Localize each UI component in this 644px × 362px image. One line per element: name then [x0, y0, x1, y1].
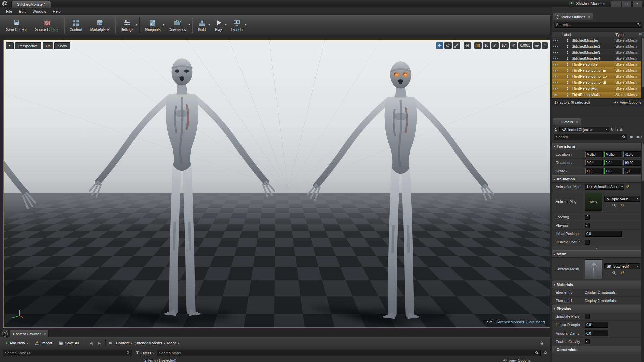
monster-actor-2[interactable]	[307, 58, 494, 328]
forward-arrow-icon[interactable]: ▶	[96, 340, 102, 346]
menu-item-help[interactable]: Help	[49, 8, 64, 14]
scale-snap-value[interactable]: 0,0625	[518, 42, 533, 49]
breadcrumb-item-content[interactable]: Content	[115, 340, 131, 346]
perspective-button[interactable]: Perspective	[15, 42, 41, 49]
outliner-row-thirdpersonjump_lo[interactable]: ThirdPersonJump_LoSkeletalMesh	[552, 73, 641, 79]
details-search-input[interactable]	[554, 134, 627, 140]
element0-value[interactable]: Display 2 materials	[585, 290, 616, 294]
breadcrumb-item-maps[interactable]: Maps	[166, 340, 178, 346]
enable-gravity-checkbox[interactable]	[585, 339, 590, 344]
scale-x-field[interactable]: 1,0	[585, 168, 603, 174]
tab-world-outliner[interactable]: World Outliner ×	[553, 13, 593, 20]
advanced-expander[interactable]: ▾	[552, 246, 641, 250]
chevron-down-icon[interactable]: ▾	[136, 23, 137, 26]
world-local-toggle-icon[interactable]	[464, 42, 471, 49]
breadcrumb-separator-icon[interactable]: ▸	[178, 341, 180, 345]
menu-item-edit[interactable]: Edit	[16, 8, 29, 14]
close-icon[interactable]: ×	[576, 120, 578, 124]
save-all-button[interactable]: Save All	[56, 340, 82, 346]
maximize-button[interactable]: □	[622, 1, 632, 7]
chevron-down-icon[interactable]: ▾	[245, 23, 246, 26]
camera-speed-icon[interactable]	[533, 42, 541, 49]
section-header-mesh[interactable]: ▾Mesh	[552, 250, 641, 258]
add-new-button[interactable]: + Add New▾	[3, 340, 31, 346]
outliner-view-options-button[interactable]: View Options	[614, 100, 641, 104]
outliner-row-thirdpersonwalk[interactable]: ThirdPersonWalkSkeletalMesh	[552, 92, 641, 98]
rotation-x-field[interactable]: 0,0 °	[585, 160, 603, 166]
visibility-eye-icon[interactable]	[553, 80, 559, 85]
reset-to-default-icon[interactable]: ↺	[626, 185, 629, 189]
minimize-button[interactable]: –	[611, 1, 621, 7]
browse-to-asset-icon[interactable]	[612, 203, 616, 207]
looping-checkbox[interactable]	[585, 215, 590, 220]
use-selected-asset-icon[interactable]: ←	[605, 203, 609, 207]
initial-position-field[interactable]: 0,0	[585, 231, 622, 237]
back-arrow-icon[interactable]: ◀	[88, 340, 94, 346]
play-button[interactable]: Play▾	[210, 18, 227, 32]
skeletal-mesh-dropdown[interactable]: SK_StitchedM▾	[604, 263, 640, 269]
scale-label[interactable]: Scale▾	[556, 169, 585, 173]
rotation-snap-value[interactable]: 10°	[500, 42, 509, 49]
chevron-down-icon[interactable]: ▾	[188, 23, 190, 26]
columns-icon[interactable]	[630, 135, 634, 139]
outliner-row-stitchedmonster2[interactable]: StitchedMonster2SkeletalMesh	[552, 43, 641, 49]
level-tab[interactable]: StitchedMonster*	[11, 1, 51, 8]
menu-item-window[interactable]: Window	[29, 8, 49, 14]
monster-actor-1[interactable]	[89, 55, 275, 325]
column-type[interactable]: Type	[615, 33, 624, 37]
close-icon[interactable]: ×	[588, 15, 590, 19]
content-view-options-button[interactable]: View Options	[503, 358, 530, 362]
angular-damping-field[interactable]: 0,0	[585, 330, 608, 336]
chevron-down-icon[interactable]: ▾	[163, 23, 164, 26]
lock-icon[interactable]	[540, 341, 544, 345]
breadcrumb-item-stitchedmonster[interactable]: StitchedMonster	[133, 340, 164, 346]
reset-to-default-icon[interactable]: ↺	[621, 271, 624, 275]
help-icon[interactable]: ?	[2, 331, 8, 337]
chevron-down-icon[interactable]: ▾	[208, 23, 210, 26]
browse-to-asset-icon[interactable]	[612, 271, 616, 275]
outliner-scrollbar[interactable]	[641, 37, 644, 98]
cinematics-button[interactable]: Cinematics▾	[165, 18, 190, 32]
monster-actor-offscreen[interactable]	[3, 67, 36, 328]
visibility-eye-icon[interactable]	[553, 50, 559, 55]
outliner-row-thirdpersonrun[interactable]: ThirdPersonRunSkeletalMesh	[552, 85, 641, 92]
close-button[interactable]: ×	[632, 1, 642, 7]
scale-y-field[interactable]: 1,0	[604, 168, 622, 174]
rotate-tool-icon[interactable]	[444, 42, 452, 49]
folders-splitter[interactable]	[140, 349, 140, 362]
grid-snap-icon[interactable]	[474, 42, 482, 49]
title-bar[interactable]: StitchedMonster* StitchedMonster – □ ×	[0, 0, 644, 7]
search-assets-input[interactable]	[157, 350, 541, 356]
outliner-row-stitchedmonster[interactable]: StitchedMonsterSkeletalMesh	[552, 37, 641, 43]
grid-snap-value[interactable]: 10	[483, 42, 490, 49]
outliner-columns-header[interactable]: Label Type	[552, 31, 644, 38]
marketplace-button[interactable]: Marketplace	[86, 18, 113, 32]
outliner-row-thirdpersonjump_st[interactable]: ThirdPersonJump_StSkeletalMesh	[552, 79, 641, 85]
scale-snap-icon[interactable]	[510, 42, 517, 49]
anim-asset-dropdown[interactable]: Multiple Value▾	[604, 196, 640, 202]
launch-button[interactable]: Launch▾	[227, 18, 247, 32]
scale-z-field[interactable]: 1,0	[623, 168, 641, 174]
section-header-materials[interactable]: ▾Materials	[552, 281, 641, 288]
skeletal-mesh-thumbnail[interactable]	[585, 259, 602, 279]
tab-content-browser[interactable]: Content Browser ×	[10, 330, 49, 337]
location-x-field[interactable]: Multip	[585, 151, 603, 157]
filters-button[interactable]: Filters▾	[135, 351, 154, 355]
linear-damping-field[interactable]: 0,01	[585, 322, 608, 328]
visibility-eye-icon[interactable]	[553, 86, 559, 91]
details-scrollbar[interactable]	[641, 143, 644, 362]
lit-mode-button[interactable]: Lit	[43, 42, 53, 49]
playing-checkbox[interactable]	[585, 223, 590, 228]
section-header-physics[interactable]: ▾Physics	[552, 305, 641, 312]
rotation-y-field[interactable]: 0,0 °	[604, 160, 622, 166]
close-icon[interactable]: ×	[44, 332, 46, 336]
visibility-eye-icon[interactable]	[553, 38, 559, 43]
tab-details[interactable]: Details ×	[553, 118, 581, 125]
selected-objects-dropdown[interactable]: <Selected Objects>▾	[559, 127, 609, 132]
visibility-eye-icon[interactable]	[553, 44, 559, 49]
outliner-search-input[interactable]	[554, 22, 642, 28]
disable-post-process-checkbox[interactable]	[585, 240, 590, 245]
location-label[interactable]: Location▾	[556, 152, 585, 156]
reset-to-default-icon[interactable]: ↺	[621, 203, 624, 207]
search-folders-input[interactable]	[3, 350, 132, 356]
